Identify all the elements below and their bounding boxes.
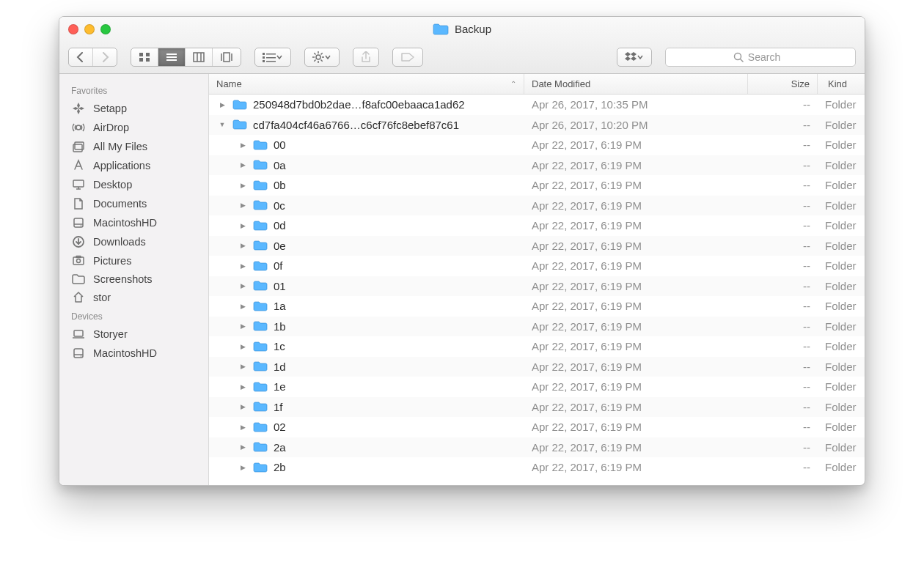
file-date: Apr 22, 2017, 6:19 PM	[524, 300, 748, 312]
disclosure-triangle-icon[interactable]: ▶	[238, 363, 247, 370]
file-kind: Folder	[818, 199, 865, 212]
file-kind: Folder	[818, 401, 865, 413]
disclosure-triangle-icon[interactable]: ▶	[238, 343, 247, 350]
disclosure-triangle-icon[interactable]: ▼	[218, 121, 227, 128]
svg-point-50	[77, 259, 81, 263]
sidebar-item-storyer[interactable]: Storyer	[65, 325, 202, 344]
table-row[interactable]: ▶0bApr 22, 2017, 6:19 PM--Folder	[209, 175, 865, 196]
sidebar-item-pictures[interactable]: Pictures	[65, 251, 202, 270]
sidebar-item-screenshots[interactable]: Screenshots	[65, 270, 202, 288]
column-view-button[interactable]	[186, 48, 213, 66]
sidebar-item-macintoshhd[interactable]: MacintoshHD	[65, 344, 202, 363]
file-name: 1e	[274, 380, 286, 393]
table-row[interactable]: ▶0eApr 22, 2017, 6:19 PM--Folder	[209, 236, 865, 256]
column-kind[interactable]: Kind	[818, 74, 865, 94]
table-row[interactable]: ▶1eApr 22, 2017, 6:19 PM--Folder	[209, 377, 865, 397]
table-row[interactable]: ▼cd7fa404cf46a6766…c6cf76fc8ebef87c61Apr…	[209, 115, 865, 136]
list-view-button[interactable]	[158, 48, 186, 66]
file-size: --	[748, 461, 818, 473]
file-name: cd7fa404cf46a6766…c6cf76fc8ebef87c61	[253, 119, 459, 131]
disclosure-triangle-icon[interactable]: ▶	[238, 262, 247, 270]
disclosure-triangle-icon[interactable]: ▶	[238, 202, 247, 209]
sidebar-item-macintoshhd[interactable]: MacintoshHD	[65, 213, 202, 232]
search-placeholder: Search	[748, 51, 780, 63]
action-button[interactable]	[304, 48, 340, 67]
sidebar-item-stor[interactable]: stor	[65, 288, 202, 307]
table-row[interactable]: ▶2bApr 22, 2017, 6:19 PM--Folder	[209, 457, 865, 478]
column-size[interactable]: Size	[748, 74, 818, 94]
folder-icon	[253, 159, 268, 171]
file-size: --	[748, 98, 818, 111]
column-date[interactable]: Date Modified	[524, 74, 748, 94]
forward-button[interactable]	[93, 48, 117, 66]
file-date: Apr 22, 2017, 6:19 PM	[524, 259, 748, 272]
disclosure-triangle-icon[interactable]: ▶	[238, 322, 247, 330]
tags-button[interactable]	[392, 48, 423, 67]
minimize-button[interactable]	[84, 24, 95, 34]
disclosure-triangle-icon[interactable]: ▶	[238, 222, 247, 229]
disclosure-triangle-icon[interactable]: ▶	[238, 161, 247, 169]
disclosure-triangle-icon[interactable]: ▶	[238, 282, 247, 289]
disclosure-triangle-icon[interactable]: ▶	[238, 182, 247, 189]
sidebar-item-documents[interactable]: Documents	[65, 194, 202, 213]
table-row[interactable]: ▶250948d7bd0b2dae…f8afc00ebaaca1ad62Apr …	[209, 95, 865, 115]
file-name: 1d	[274, 361, 286, 373]
sidebar-item-all-my-files[interactable]: All My Files	[65, 137, 202, 156]
table-row[interactable]: ▶1dApr 22, 2017, 6:19 PM--Folder	[209, 357, 865, 377]
table-row[interactable]: ▶1bApr 22, 2017, 6:19 PM--Folder	[209, 317, 865, 337]
table-row[interactable]: ▶02Apr 22, 2017, 6:19 PM--Folder	[209, 417, 865, 437]
disclosure-triangle-icon[interactable]: ▶	[238, 383, 247, 391]
disclosure-triangle-icon[interactable]: ▶	[238, 424, 247, 431]
disk-icon	[71, 347, 86, 360]
table-row[interactable]: ▶2aApr 22, 2017, 6:19 PM--Folder	[209, 437, 865, 458]
back-button[interactable]	[69, 48, 93, 66]
disclosure-triangle-icon[interactable]: ▶	[238, 403, 247, 410]
file-name: 0a	[274, 159, 286, 171]
table-row[interactable]: ▶0aApr 22, 2017, 6:19 PM--Folder	[209, 155, 865, 176]
sidebar-section-header: Devices	[71, 311, 197, 322]
icon-view-button[interactable]	[131, 48, 158, 66]
setapp-icon	[71, 102, 86, 115]
dropbox-button[interactable]	[617, 48, 652, 67]
coverflow-view-button[interactable]	[213, 48, 241, 66]
disclosure-triangle-icon[interactable]: ▶	[238, 443, 247, 451]
arrange-button[interactable]	[254, 48, 291, 67]
sidebar-item-setapp[interactable]: Setapp	[65, 99, 202, 118]
disclosure-triangle-icon[interactable]: ▶	[238, 464, 247, 471]
table-row[interactable]: ▶0fApr 22, 2017, 6:19 PM--Folder	[209, 256, 865, 276]
close-button[interactable]	[68, 24, 78, 34]
file-date: Apr 26, 2017, 10:20 PM	[524, 119, 748, 131]
column-name[interactable]: Name ⌃	[209, 74, 524, 94]
disclosure-triangle-icon[interactable]: ▶	[238, 242, 247, 249]
disclosure-triangle-icon[interactable]: ▶	[218, 101, 227, 108]
table-row[interactable]: ▶00Apr 22, 2017, 6:19 PM--Folder	[209, 135, 865, 155]
table-row[interactable]: ▶1cApr 22, 2017, 6:19 PM--Folder	[209, 336, 865, 357]
tag-icon	[400, 52, 415, 62]
svg-rect-49	[73, 257, 84, 265]
file-kind: Folder	[818, 280, 865, 292]
file-name: 1a	[274, 300, 286, 312]
sidebar-item-desktop[interactable]: Desktop	[65, 175, 202, 194]
titlebar: Backup	[59, 17, 865, 42]
table-row[interactable]: ▶1aApr 22, 2017, 6:19 PM--Folder	[209, 296, 865, 317]
file-date: Apr 22, 2017, 6:19 PM	[524, 280, 748, 292]
table-row[interactable]: ▶0dApr 22, 2017, 6:19 PM--Folder	[209, 215, 865, 236]
sidebar-item-label: MacintoshHD	[93, 347, 157, 359]
disclosure-triangle-icon[interactable]: ▶	[238, 303, 247, 310]
maximize-button[interactable]	[100, 24, 111, 34]
table-row[interactable]: ▶1fApr 22, 2017, 6:19 PM--Folder	[209, 397, 865, 418]
search-input[interactable]	[785, 51, 788, 64]
disclosure-triangle-icon[interactable]: ▶	[238, 141, 247, 149]
sort-asc-icon: ⌃	[510, 80, 516, 88]
table-row[interactable]: ▶0cApr 22, 2017, 6:19 PM--Folder	[209, 196, 865, 216]
search-field[interactable]: Search	[665, 48, 856, 67]
sidebar-item-airdrop[interactable]: AirDrop	[65, 118, 202, 137]
file-list-pane: Name ⌃ Date Modified Size Kind ▶250948d7…	[209, 74, 865, 485]
folder-icon	[253, 441, 268, 453]
sidebar-item-downloads[interactable]: Downloads	[65, 232, 202, 251]
share-button[interactable]	[353, 48, 379, 67]
table-row[interactable]: ▶01Apr 22, 2017, 6:19 PM--Folder	[209, 276, 865, 297]
file-kind: Folder	[818, 159, 865, 171]
sidebar-item-applications[interactable]: Applications	[65, 156, 202, 175]
svg-point-19	[316, 55, 320, 59]
